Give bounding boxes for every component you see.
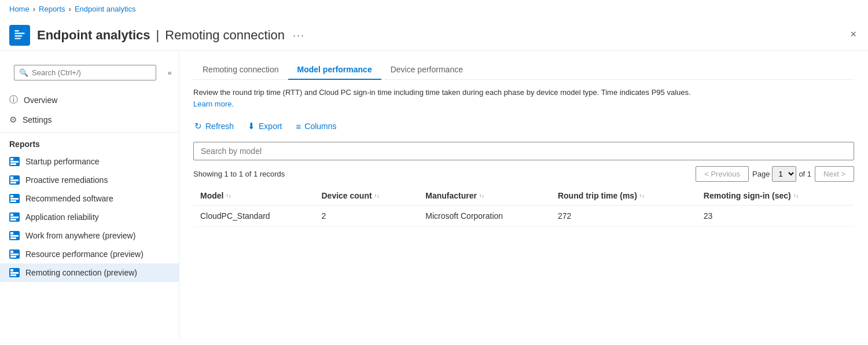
breadcrumb: Home › Reports › Endpoint analytics: [0, 0, 868, 18]
svg-rect-19: [10, 251, 13, 253]
rtt-sort-icon[interactable]: ↑↓: [639, 193, 645, 199]
svg-rect-7: [10, 177, 13, 179]
breadcrumb-reports[interactable]: Reports: [39, 5, 65, 13]
sidebar-item-startup-performance[interactable]: Startup performance: [0, 152, 179, 171]
tab-remoting-connection[interactable]: Remoting connection: [193, 60, 288, 80]
svg-rect-1: [14, 33, 25, 34]
page-header: Endpoint analytics | Remoting connection…: [0, 18, 868, 51]
svg-rect-16: [10, 232, 13, 234]
breadcrumb-sep-1: ›: [33, 5, 35, 13]
svg-rect-18: [10, 237, 16, 239]
description-text: Review the round trip time (RTT) and Clo…: [193, 87, 691, 109]
col-device-count: Device count ↑↓: [315, 186, 419, 205]
device-count-sort-icon[interactable]: ↑↓: [374, 193, 380, 199]
work-from-anywhere-icon: [9, 231, 20, 240]
col-rtt: Round trip time (ms) ↑↓: [551, 186, 697, 205]
cell-rtt: 272: [551, 205, 697, 227]
svg-rect-23: [10, 272, 19, 274]
app-icon: [9, 25, 30, 46]
overview-icon: ⓘ: [9, 94, 18, 105]
pagination: < Previous Page 1 of 1 Next >: [696, 166, 854, 182]
svg-rect-3: [14, 38, 21, 39]
refresh-button[interactable]: ↻ Refresh: [193, 119, 235, 134]
cell-signin: 23: [697, 205, 854, 227]
svg-rect-10: [10, 195, 13, 197]
svg-rect-9: [10, 182, 16, 183]
breadcrumb-endpoint[interactable]: Endpoint analytics: [75, 5, 136, 13]
sidebar-remoting-label: Remoting connection (preview): [25, 268, 137, 277]
close-button[interactable]: ×: [850, 28, 856, 41]
signin-sort-icon[interactable]: ↑↓: [793, 193, 799, 199]
svg-rect-6: [10, 163, 16, 165]
sidebar-work-label: Work from anywhere (preview): [25, 231, 135, 240]
header-ellipsis-menu[interactable]: ···: [293, 30, 305, 42]
records-info: Showing 1 to 1 of 1 records: [193, 170, 285, 178]
sidebar-item-recommended-software[interactable]: Recommended software: [0, 189, 179, 208]
resource-performance-icon: [9, 249, 20, 259]
svg-rect-5: [10, 161, 19, 163]
sidebar-item-settings[interactable]: ⚙ Settings: [0, 110, 179, 130]
manufacturer-sort-icon[interactable]: ↑↓: [479, 193, 484, 199]
cell-device-count: 2: [315, 205, 419, 227]
sidebar-proactive-label: Proactive remediations: [25, 175, 108, 185]
col-model: Model ↑↓: [193, 186, 315, 205]
sidebar-application-label: Application reliability: [25, 212, 99, 222]
sidebar: 🔍 « ⓘ Overview ⚙ Settings Reports Startu…: [0, 51, 179, 338]
svg-rect-2: [14, 35, 22, 36]
svg-rect-14: [10, 216, 19, 218]
columns-icon: ≡: [296, 122, 301, 131]
sidebar-item-overview[interactable]: ⓘ Overview: [0, 90, 179, 110]
sidebar-item-resource-performance[interactable]: Resource performance (preview): [0, 245, 179, 263]
learn-more-link[interactable]: Learn more.: [193, 100, 234, 108]
breadcrumb-sep-2: ›: [69, 5, 71, 13]
next-button[interactable]: Next >: [815, 166, 854, 182]
svg-rect-15: [10, 219, 16, 221]
svg-rect-24: [10, 274, 16, 276]
breadcrumb-home[interactable]: Home: [9, 5, 30, 13]
table-header-row: Model ↑↓ Device count ↑↓ Manufacturer: [193, 186, 854, 205]
svg-rect-13: [10, 214, 13, 216]
svg-rect-8: [10, 179, 19, 181]
svg-rect-11: [10, 198, 19, 200]
header-sep: |: [156, 28, 160, 43]
search-box[interactable]: 🔍: [14, 65, 156, 80]
tab-bar: Remoting connection Model performance De…: [193, 60, 854, 80]
settings-icon: ⚙: [9, 115, 17, 125]
tab-device-performance[interactable]: Device performance: [381, 60, 472, 80]
svg-rect-22: [10, 269, 13, 271]
svg-rect-21: [10, 256, 16, 258]
export-icon: ⬇: [248, 121, 255, 131]
sidebar-item-application-reliability[interactable]: Application reliability: [0, 208, 179, 226]
remoting-connection-icon: [9, 268, 20, 277]
table-search-input[interactable]: [193, 142, 854, 160]
tab-model-performance[interactable]: Model performance: [288, 60, 381, 80]
reports-heading: Reports: [0, 132, 179, 152]
columns-button[interactable]: ≡ Columns: [295, 119, 338, 134]
sidebar-item-remoting-connection[interactable]: Remoting connection (preview): [0, 263, 179, 282]
sidebar-item-proactive-remediations[interactable]: Proactive remediations: [0, 171, 179, 189]
sidebar-item-work-from-anywhere[interactable]: Work from anywhere (preview): [0, 226, 179, 245]
previous-button[interactable]: < Previous: [696, 166, 749, 182]
export-button[interactable]: ⬇ Export: [247, 119, 283, 134]
cell-manufacturer: Microsoft Corporation: [418, 205, 551, 227]
svg-rect-17: [10, 235, 19, 237]
model-sort-icon[interactable]: ↑↓: [226, 193, 231, 199]
svg-rect-0: [14, 30, 19, 31]
main-content: Remoting connection Model performance De…: [179, 51, 868, 338]
page-select-group: Page 1 of 1: [752, 166, 811, 182]
refresh-icon: ↻: [194, 121, 202, 131]
sidebar-overview-label: Overview: [24, 96, 57, 105]
search-icon: 🔍: [19, 68, 28, 77]
page-number-select[interactable]: 1: [772, 166, 796, 182]
application-reliability-icon: [9, 212, 20, 222]
header-title: Endpoint analytics: [37, 28, 150, 43]
data-table: Model ↑↓ Device count ↑↓ Manufacturer: [193, 186, 854, 227]
header-subtitle: Remoting connection: [165, 28, 285, 43]
search-input[interactable]: [32, 68, 151, 77]
cell-model: CloudPC_Standard: [193, 205, 315, 227]
sidebar-resource-label: Resource performance (preview): [25, 249, 144, 259]
app-icon-svg: [13, 29, 26, 42]
sidebar-collapse-button[interactable]: «: [168, 68, 172, 77]
page-label: Page: [752, 170, 770, 178]
main-layout: 🔍 « ⓘ Overview ⚙ Settings Reports Startu…: [0, 51, 868, 338]
